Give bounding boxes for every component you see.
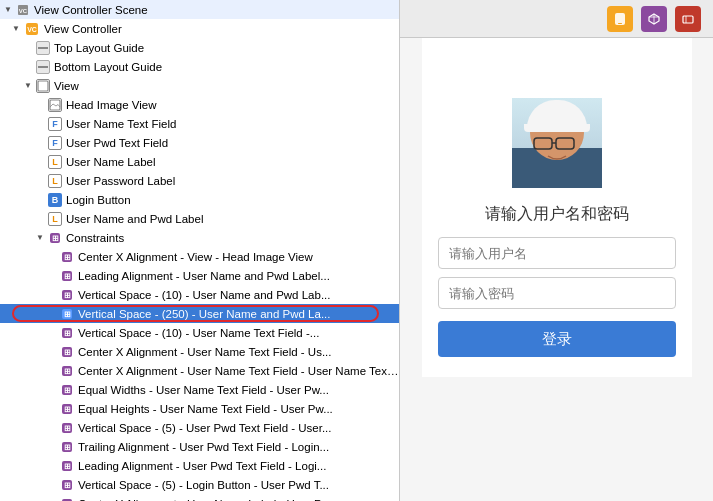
triangle-icon [48, 480, 58, 490]
tree-item-username-field[interactable]: FUser Name Text Field [0, 114, 399, 133]
tree-item-c1[interactable]: ⊞Center X Alignment - View - Head Image … [0, 247, 399, 266]
tree-item-view[interactable]: View [0, 76, 399, 95]
tree-item-c4[interactable]: ⊞Vertical Space - (250) - User Name and … [0, 304, 399, 323]
triangle-icon [48, 461, 58, 471]
guide-icon [36, 60, 50, 74]
triangle-icon [48, 385, 58, 395]
constraint-icon: ⊞ [60, 307, 74, 321]
scene-icon: VC [16, 3, 30, 17]
tree-item-label: Head Image View [66, 99, 157, 111]
tree-item-label: Equal Heights - User Name Text Field - U… [78, 403, 333, 415]
tree-item-top-guide[interactable]: Top Layout Guide [0, 38, 399, 57]
tree-item-label: User Pwd Text Field [66, 137, 168, 149]
triangle-icon [48, 252, 58, 262]
tree-item-label: Vertical Space - (10) - User Name and Pw… [78, 289, 330, 301]
constraint-icon: ⊞ [60, 402, 74, 416]
svg-text:⊞: ⊞ [64, 424, 71, 433]
tree-item-pwd-field[interactable]: FUser Pwd Text Field [0, 133, 399, 152]
square-icon[interactable] [675, 6, 701, 32]
constraint-icon: ⊞ [60, 383, 74, 397]
form-title: 请输入用户名和密码 [485, 204, 629, 225]
triangle-icon [36, 119, 46, 129]
triangle-icon [48, 271, 58, 281]
triangle-icon [24, 43, 34, 53]
svg-rect-5 [38, 66, 48, 68]
username-input[interactable] [438, 237, 676, 269]
tree-item-label: Center X Alignment - User Name Text Fiel… [78, 346, 332, 358]
svg-text:⊞: ⊞ [64, 291, 71, 300]
tree-item-c14[interactable]: ⊞Center Y Alignment - User Name Label - … [0, 494, 399, 501]
guide-icon [36, 41, 50, 55]
tree-item-vc[interactable]: VCView Controller [0, 19, 399, 38]
triangle-icon [4, 5, 14, 15]
tree-item-label: Vertical Space - (10) - User Name Text F… [78, 327, 319, 339]
tree-item-c13[interactable]: ⊞Vertical Space - (5) - Login Button - U… [0, 475, 399, 494]
svg-text:⊞: ⊞ [64, 272, 71, 281]
svg-text:⊞: ⊞ [64, 443, 71, 452]
tree-item-bottom-guide[interactable]: Bottom Layout Guide [0, 57, 399, 76]
svg-rect-48 [556, 138, 574, 149]
phone-icon[interactable] [607, 6, 633, 32]
label-icon: L [48, 212, 62, 226]
password-input[interactable] [438, 277, 676, 309]
tree-item-label: View Controller [44, 23, 122, 35]
triangle-icon [36, 100, 46, 110]
tree-item-name-label[interactable]: LUser Name Label [0, 152, 399, 171]
form-mockup: 请输入用户名和密码 登录 [422, 38, 692, 377]
imageview-icon [48, 98, 62, 112]
tree-item-constraints[interactable]: ⊞Constraints [0, 228, 399, 247]
triangle-icon [36, 214, 46, 224]
svg-text:⊞: ⊞ [64, 462, 71, 471]
tree-item-pwd-label[interactable]: LUser Password Label [0, 171, 399, 190]
view-icon [36, 79, 50, 93]
tree-item-c5[interactable]: ⊞Vertical Space - (10) - User Name Text … [0, 323, 399, 342]
triangle-icon [36, 176, 46, 186]
tree-item-c2[interactable]: ⊞Leading Alignment - User Name and Pwd L… [0, 266, 399, 285]
tree-item-c10[interactable]: ⊞Vertical Space - (5) - User Pwd Text Fi… [0, 418, 399, 437]
triangle-icon [48, 290, 58, 300]
svg-text:VC: VC [19, 8, 28, 14]
tree-item-login-btn[interactable]: BLogin Button [0, 190, 399, 209]
tree-item-c7[interactable]: ⊞Center X Alignment - User Name Text Fie… [0, 361, 399, 380]
constraint-icon: ⊞ [60, 250, 74, 264]
canvas-panel: 请输入用户名和密码 登录 [400, 0, 713, 501]
svg-text:⊞: ⊞ [64, 367, 71, 376]
tree-item-namepwd-label[interactable]: LUser Name and Pwd Label [0, 209, 399, 228]
svg-text:⊞: ⊞ [52, 234, 59, 243]
tree-item-label: User Name Text Field [66, 118, 176, 130]
constraint-icon: ⊞ [60, 478, 74, 492]
constraint-icon: ⊞ [60, 440, 74, 454]
tree-item-c6[interactable]: ⊞Center X Alignment - User Name Text Fie… [0, 342, 399, 361]
tree-item-label: User Password Label [66, 175, 175, 187]
tree-item-label: Constraints [66, 232, 124, 244]
tree-item-scene[interactable]: VCView Controller Scene [0, 0, 399, 19]
svg-text:⊞: ⊞ [64, 386, 71, 395]
tree-item-c11[interactable]: ⊞Trailing Alignment - User Pwd Text Fiel… [0, 437, 399, 456]
cube-icon[interactable] [641, 6, 667, 32]
svg-rect-4 [38, 47, 48, 49]
tree-item-label: Leading Alignment - User Name and Pwd La… [78, 270, 330, 282]
triangle-icon [36, 233, 46, 243]
tree-item-c3[interactable]: ⊞Vertical Space - (10) - User Name and P… [0, 285, 399, 304]
svg-text:VC: VC [27, 26, 37, 33]
svg-rect-47 [534, 138, 552, 149]
tree-item-head-image[interactable]: Head Image View [0, 95, 399, 114]
svg-text:⊞: ⊞ [64, 310, 71, 319]
tree-item-label: Bottom Layout Guide [54, 61, 162, 73]
constraint-icon: ⊞ [60, 421, 74, 435]
triangle-icon [24, 81, 34, 91]
textfield-icon: F [48, 136, 62, 150]
toolbar [400, 0, 713, 38]
label-icon: L [48, 174, 62, 188]
tree-item-label: Center X Alignment - User Name Text Fiel… [78, 365, 399, 377]
tree-item-label: Vertical Space - (5) - Login Button - Us… [78, 479, 329, 491]
tree-item-c12[interactable]: ⊞Leading Alignment - User Pwd Text Field… [0, 456, 399, 475]
constraint-icon: ⊞ [60, 288, 74, 302]
outline-panel[interactable]: VCView Controller SceneVCView Controller… [0, 0, 400, 501]
vc-icon: VC [24, 22, 40, 36]
tree-item-c9[interactable]: ⊞Equal Heights - User Name Text Field - … [0, 399, 399, 418]
login-button[interactable]: 登录 [438, 321, 676, 357]
tree-item-c8[interactable]: ⊞Equal Widths - User Name Text Field - U… [0, 380, 399, 399]
tree-item-label: Vertical Space - (5) - User Pwd Text Fie… [78, 422, 332, 434]
triangle-icon [48, 347, 58, 357]
